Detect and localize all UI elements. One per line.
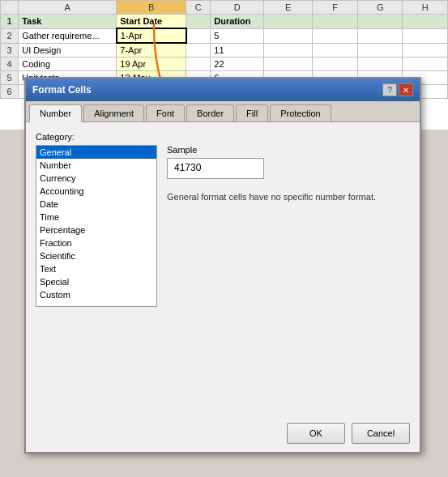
cell-g[interactable] bbox=[357, 28, 403, 43]
tab-fill[interactable]: Fill bbox=[236, 104, 268, 121]
cell-c[interactable] bbox=[186, 43, 211, 57]
col-header-a[interactable]: A bbox=[19, 1, 117, 15]
dialog-title: Format Cells bbox=[32, 84, 92, 96]
table-row[interactable]: 1 Task Start Date Duration bbox=[1, 15, 448, 29]
cell-d[interactable]: 22 bbox=[211, 57, 264, 71]
cell-e[interactable] bbox=[263, 43, 313, 57]
sample-label: Sample bbox=[167, 145, 410, 155]
cell-b[interactable]: 1-Apr bbox=[117, 28, 186, 43]
format-cells-dialog: Format Cells ? ✕ Number Alignment Font B… bbox=[24, 77, 421, 454]
tab-font[interactable]: Font bbox=[146, 104, 185, 121]
ok-button[interactable]: OK bbox=[287, 423, 345, 444]
right-panel: Sample 41730 General format cells have n… bbox=[167, 145, 410, 421]
dialog-help-button[interactable]: ? bbox=[382, 83, 397, 96]
row-num-cell: 3 bbox=[1, 43, 19, 57]
category-list-container: GeneralNumberCurrencyAccountingDateTimeP… bbox=[36, 145, 157, 421]
category-item[interactable]: Scientific bbox=[36, 249, 156, 262]
cell-e[interactable] bbox=[263, 28, 313, 43]
cell-f[interactable] bbox=[313, 28, 358, 43]
row-num-cell: 1 bbox=[1, 15, 19, 29]
tab-protection[interactable]: Protection bbox=[270, 104, 331, 121]
table-row[interactable]: 3 UI Design 7-Apr 11 bbox=[1, 43, 448, 57]
category-item[interactable]: Special bbox=[36, 275, 156, 288]
dialog-close-button[interactable]: ✕ bbox=[399, 83, 413, 96]
category-item[interactable]: Date bbox=[36, 198, 156, 211]
cell-a[interactable]: UI Design bbox=[19, 43, 117, 57]
cell-a[interactable]: Coding bbox=[19, 57, 117, 71]
col-header-f[interactable]: F bbox=[313, 1, 358, 15]
cell-f[interactable] bbox=[313, 15, 358, 29]
tab-alignment[interactable]: Alignment bbox=[83, 104, 144, 121]
dialog-titlebar: Format Cells ? ✕ bbox=[26, 79, 420, 101]
cell-g[interactable] bbox=[357, 57, 403, 71]
category-item[interactable]: Time bbox=[36, 211, 156, 224]
cell-h[interactable] bbox=[403, 15, 448, 29]
col-header-b[interactable]: B bbox=[117, 1, 186, 15]
cell-c[interactable] bbox=[186, 57, 211, 71]
row-num-cell: 2 bbox=[1, 28, 19, 43]
category-item[interactable]: Currency bbox=[36, 172, 156, 185]
tab-number[interactable]: Number bbox=[29, 104, 82, 122]
col-header-d[interactable]: D bbox=[211, 1, 264, 15]
cell-a[interactable]: Task bbox=[19, 15, 117, 29]
row-num-header bbox=[1, 1, 19, 15]
tab-border[interactable]: Border bbox=[186, 104, 234, 121]
cell-b[interactable]: 19 Apr bbox=[117, 57, 186, 71]
sample-description: General format cells have no specific nu… bbox=[167, 192, 394, 202]
cell-b[interactable]: 7-Apr bbox=[117, 43, 186, 57]
category-list[interactable]: GeneralNumberCurrencyAccountingDateTimeP… bbox=[36, 145, 157, 307]
row-num-cell: 6 bbox=[1, 85, 19, 99]
cell-d[interactable]: 5 bbox=[211, 28, 264, 43]
category-label: Category: bbox=[36, 132, 410, 142]
category-item[interactable]: Accounting bbox=[36, 185, 156, 198]
main-row: GeneralNumberCurrencyAccountingDateTimeP… bbox=[36, 145, 410, 421]
dialog-content: Category: GeneralNumberCurrencyAccountin… bbox=[26, 122, 420, 431]
tabs-bar: Number Alignment Font Border Fill Protec… bbox=[26, 101, 420, 122]
table-row[interactable]: 4 Coding 19 Apr 22 bbox=[1, 57, 448, 71]
col-header-h[interactable]: H bbox=[403, 1, 448, 15]
col-header-c[interactable]: C bbox=[186, 1, 211, 15]
category-item[interactable]: Number bbox=[36, 159, 156, 172]
cell-f[interactable] bbox=[313, 43, 358, 57]
cell-c[interactable] bbox=[186, 15, 211, 29]
cell-f[interactable] bbox=[313, 57, 358, 71]
cell-c[interactable] bbox=[186, 28, 211, 43]
cell-e[interactable] bbox=[263, 15, 313, 29]
row-num-cell: 5 bbox=[1, 71, 19, 85]
category-item[interactable]: Fraction bbox=[36, 236, 156, 249]
cell-h[interactable] bbox=[403, 43, 448, 57]
cell-g[interactable] bbox=[357, 43, 403, 57]
row-num-cell: 4 bbox=[1, 57, 19, 71]
cancel-button[interactable]: Cancel bbox=[352, 423, 410, 444]
table-row[interactable]: 2 Gather requireme... 1-Apr 5 bbox=[1, 28, 448, 43]
dialog-controls: ? ✕ bbox=[382, 83, 413, 96]
category-item[interactable]: Percentage bbox=[36, 224, 156, 236]
col-header-g[interactable]: G bbox=[357, 1, 403, 15]
cell-d[interactable]: 11 bbox=[211, 43, 264, 57]
col-header-e[interactable]: E bbox=[263, 1, 313, 15]
category-item[interactable]: Text bbox=[36, 262, 156, 275]
category-item[interactable]: Custom bbox=[36, 288, 156, 301]
category-item[interactable]: General bbox=[36, 146, 156, 159]
cell-b[interactable]: Start Date bbox=[117, 15, 186, 29]
cell-h[interactable] bbox=[403, 57, 448, 71]
cell-e[interactable] bbox=[263, 57, 313, 71]
dialog-footer: OK Cancel bbox=[287, 423, 410, 444]
sample-value: 41730 bbox=[167, 158, 264, 179]
cell-g[interactable] bbox=[357, 15, 403, 29]
cell-d[interactable]: Duration bbox=[211, 15, 264, 29]
cell-a[interactable]: Gather requireme... bbox=[19, 28, 117, 43]
cell-h[interactable] bbox=[403, 28, 448, 43]
